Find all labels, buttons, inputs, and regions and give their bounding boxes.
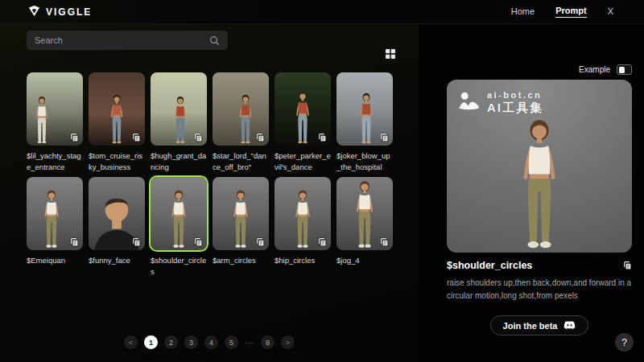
copy-icon[interactable]: [379, 237, 389, 247]
thumbnail-label: $joker_blow_up_the_hospital: [336, 150, 393, 175]
video-thumbnail[interactable]: [89, 72, 145, 146]
character-figure: [351, 91, 382, 144]
brand-name: VIGGLE: [46, 6, 92, 18]
help-button[interactable]: ?: [615, 333, 634, 352]
thumbnail-label: $jog_4: [336, 255, 393, 279]
thumbnail-label: $hugh_grant_dancing: [151, 150, 207, 175]
toggle-knob: [619, 67, 625, 73]
viggle-logo-icon: [28, 5, 40, 19]
video-thumbnail[interactable]: [275, 177, 331, 250]
nav-item-prompt[interactable]: Prompt: [555, 6, 587, 18]
copy-icon[interactable]: [131, 237, 141, 247]
video-thumbnail[interactable]: [275, 72, 331, 146]
gallery-item: $Emeiquan: [27, 177, 83, 279]
copy-icon[interactable]: [69, 237, 79, 247]
watermark: ai-bot.cn AI工具集: [457, 90, 543, 114]
join-row: Join the beta: [447, 315, 632, 335]
video-thumbnail[interactable]: [336, 177, 393, 250]
gallery-item: $hugh_grant_dancing: [151, 72, 207, 175]
example-toggle[interactable]: [617, 64, 632, 75]
video-thumbnail[interactable]: [213, 177, 269, 250]
character-figure: [224, 187, 258, 249]
video-thumbnail[interactable]: [336, 72, 393, 146]
pagination-page-8[interactable]: 8: [261, 335, 275, 349]
example-label: Example: [579, 65, 610, 74]
watermark-text: ai-bot.cn AI工具集: [487, 90, 543, 114]
video-thumbnail[interactable]: [89, 177, 145, 250]
thumbnail-label: $arm_circles: [213, 255, 269, 279]
watermark-line2: AI工具集: [487, 101, 543, 114]
video-thumbnail[interactable]: [213, 72, 269, 146]
thumbnail-grid: $lil_yachty_stage_entrance $tom_cruise_r…: [27, 72, 398, 279]
video-thumbnail[interactable]: [151, 72, 207, 146]
gallery-item: $jog_4: [336, 177, 393, 279]
character-figure: [28, 94, 56, 144]
pagination-prev-button[interactable]: <: [124, 335, 138, 349]
prompt-title-row: $shoulder_circles: [447, 260, 632, 271]
prompt-description: raise shoulders up,then back,down,and fo…: [447, 277, 634, 302]
gallery-item: $arm_circles: [213, 177, 269, 279]
gallery-item: $shoulder_circles: [151, 177, 207, 279]
pagination-next-button[interactable]: >: [281, 335, 295, 349]
pagination-page-3[interactable]: 3: [184, 335, 198, 349]
character-figure: [286, 187, 320, 249]
viggle-logo[interactable]: VIGGLE: [28, 5, 92, 19]
video-thumbnail[interactable]: [27, 72, 83, 146]
copy-icon[interactable]: [379, 133, 389, 142]
grid-view-icon[interactable]: [385, 48, 396, 60]
search-input[interactable]: Search: [27, 31, 228, 50]
gallery-item: $lil_yachty_stage_entrance: [27, 72, 83, 175]
gallery-item: $joker_blow_up_the_hospital: [336, 72, 393, 175]
watermark-line1: ai-bot.cn: [487, 90, 543, 101]
video-thumbnail[interactable]: [151, 177, 207, 250]
pagination-page-4[interactable]: 4: [204, 335, 218, 349]
character-figure: [287, 89, 319, 144]
join-beta-label: Join the beta: [503, 321, 558, 331]
nav-item-home[interactable]: Home: [511, 6, 535, 18]
pagination-page-1[interactable]: 1: [144, 335, 158, 349]
main-content: Search $lil_yachty_stage_entrance: [0, 24, 644, 362]
viggle-app: VIGGLE HomePromptX Search $lil_yachty_st…: [0, 0, 644, 362]
preview-card: ai-bot.cn AI工具集: [447, 80, 632, 253]
prompt-title: $shoulder_circles: [447, 260, 532, 271]
copy-icon[interactable]: [255, 237, 265, 247]
top-nav: HomePromptX: [511, 6, 613, 18]
thumbnail-label: $tom_cruise_risky_business: [89, 150, 145, 175]
gallery-item: $hip_circles: [275, 177, 331, 279]
search-placeholder: Search: [35, 35, 63, 45]
nav-item-x[interactable]: X: [608, 6, 613, 18]
character-figure: [102, 93, 132, 144]
preview-character-figure: [501, 114, 578, 249]
top-bar: VIGGLE HomePromptX: [0, 0, 644, 24]
copy-icon[interactable]: [69, 133, 79, 142]
ai-bot-logo-icon: [457, 92, 481, 112]
copy-icon[interactable]: [622, 261, 632, 270]
character-figure: [162, 187, 196, 249]
copy-icon[interactable]: [193, 133, 203, 142]
pagination-page-5[interactable]: 5: [225, 335, 238, 349]
thumbnail-label: $star_lord_"dance_off_bro": [213, 150, 269, 175]
gallery-panel: Search $lil_yachty_stage_entrance: [0, 24, 419, 362]
copy-icon[interactable]: [317, 133, 327, 142]
example-row: Example: [447, 64, 632, 75]
copy-icon[interactable]: [131, 133, 141, 142]
join-beta-button[interactable]: Join the beta: [490, 315, 589, 335]
thumbnail-label: $shoulder_circles: [151, 255, 207, 279]
pagination-page-2[interactable]: 2: [164, 335, 178, 349]
pagination-ellipsis: ···: [245, 339, 254, 347]
search-icon: [209, 35, 220, 46]
pagination: <12345···8>: [124, 335, 295, 349]
gallery-item: $tom_cruise_risky_business: [89, 72, 145, 175]
thumbnail-label: $funny_face: [89, 255, 145, 279]
video-thumbnail[interactable]: [27, 177, 83, 250]
character-figure: [35, 187, 69, 249]
thumbnail-label: $lil_yachty_stage_entrance: [27, 150, 83, 175]
copy-icon[interactable]: [193, 237, 203, 247]
thumbnail-label: $hip_circles: [275, 255, 331, 279]
copy-icon[interactable]: [317, 237, 327, 247]
gallery-item: $star_lord_"dance_off_bro": [213, 72, 269, 175]
discord-icon: [564, 319, 576, 331]
gallery-item: $peter_parker_evil's_dance: [275, 72, 331, 175]
example-panel: Example ai-bot.cn AI工具集: [419, 24, 644, 362]
copy-icon[interactable]: [255, 133, 265, 142]
